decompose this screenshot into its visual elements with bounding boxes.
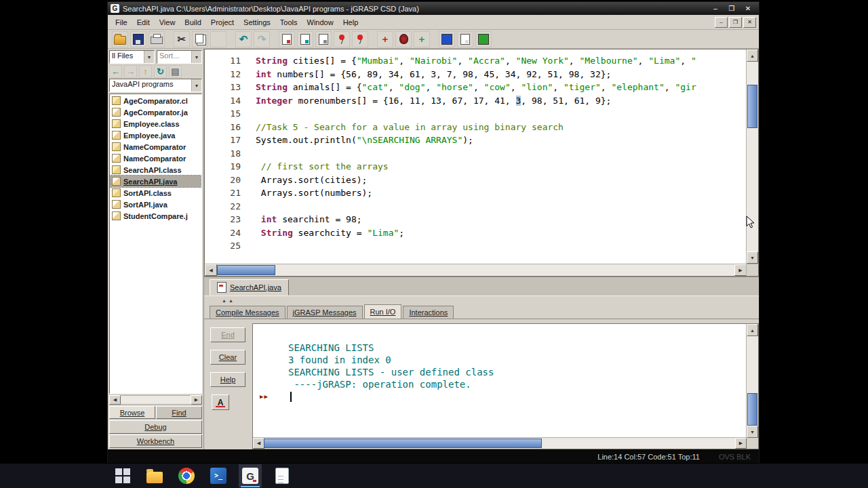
minimize-button[interactable] <box>707 3 724 14</box>
scroll-down-arrow[interactable] <box>747 426 758 438</box>
chevron-down-icon[interactable] <box>191 51 201 63</box>
title-bar[interactable]: G SearchAPI.java C:\Users\Administrator\… <box>108 2 759 15</box>
menu-help[interactable]: Help <box>338 17 363 28</box>
collapse-up-icon[interactable] <box>222 298 226 303</box>
generate-csd-icon[interactable] <box>279 31 295 47</box>
file-item-agecomparator-ja[interactable]: AgeComparator.ja <box>111 106 201 118</box>
tab-run-i-o[interactable]: Run I/O <box>364 304 402 319</box>
scroll-left-arrow[interactable] <box>205 264 217 276</box>
editor-vertical-scrollbar[interactable] <box>746 49 758 264</box>
workbench-button[interactable]: Workbench <box>109 434 202 448</box>
freeze-pin-icon[interactable] <box>334 31 350 47</box>
scroll-right-arrow[interactable] <box>191 395 202 405</box>
file-item-agecomparator-cl[interactable]: AgeComparator.cl <box>111 95 201 106</box>
run-output[interactable]: SEARCHING LISTS3 found in index 0SEARCHI… <box>253 324 747 438</box>
scroll-right-arrow[interactable] <box>735 438 747 449</box>
unfreeze-pin-icon[interactable] <box>352 31 368 47</box>
notepad-icon[interactable] <box>271 464 294 487</box>
clear-button[interactable]: Clear <box>210 350 245 365</box>
scroll-left-arrow[interactable] <box>253 438 264 449</box>
menu-file[interactable]: File <box>111 17 132 28</box>
text-style-button[interactable]: A <box>212 394 229 410</box>
forward-icon[interactable]: → <box>124 65 137 78</box>
project-dropdown[interactable]: JavaAPI programs <box>109 79 202 92</box>
tab-browse[interactable]: Browse <box>109 406 155 419</box>
print-icon[interactable] <box>149 31 165 47</box>
jgrasp-icon[interactable]: G <box>239 464 262 487</box>
tab-find[interactable]: Find <box>156 406 202 419</box>
tab-interactions[interactable]: Interactions <box>403 306 454 319</box>
mdi-close-button[interactable]: ✕ <box>743 17 756 28</box>
powershell-icon[interactable] <box>207 464 230 487</box>
tab-jgrasp-messages[interactable]: jGRASP Messages <box>287 306 363 319</box>
maximize-button[interactable] <box>724 3 740 14</box>
file-item-searchapi-java[interactable]: SearchAPI.java <box>111 176 201 187</box>
chevron-down-icon[interactable] <box>191 79 201 92</box>
interactions-window-icon[interactable] <box>475 31 492 47</box>
remove-csd-icon[interactable] <box>297 31 313 47</box>
pane-splitter[interactable] <box>204 296 759 304</box>
file-item-sortapi-class[interactable]: SortAPI.class <box>111 187 201 199</box>
collapse-up-icon[interactable] <box>229 298 233 303</box>
open-file-icon[interactable] <box>112 31 128 47</box>
code-editor[interactable]: 11String cities[] = {"Mumbai", "Nairobi"… <box>204 49 759 264</box>
file-explorer-icon[interactable] <box>143 464 166 487</box>
up-directory-icon[interactable]: ↑ <box>139 65 152 78</box>
save-icon[interactable] <box>130 31 146 47</box>
cut-icon[interactable]: ✂ <box>174 31 190 47</box>
chevron-down-icon[interactable] <box>144 51 154 63</box>
file-item-searchapi-class[interactable]: SearchAPI.class <box>111 164 201 176</box>
menu-build[interactable]: Build <box>180 17 205 28</box>
tab-compile-messages[interactable]: Compile Messages <box>210 306 285 319</box>
scroll-up-arrow[interactable] <box>747 49 758 62</box>
scrollbar-thumb[interactable] <box>217 265 275 275</box>
menu-tools[interactable]: Tools <box>275 17 302 28</box>
close-button[interactable] <box>740 3 756 14</box>
copy-icon[interactable] <box>192 31 208 47</box>
back-icon[interactable]: ← <box>109 65 122 78</box>
scrollbar-thumb[interactable] <box>747 393 757 426</box>
scrollbar-thumb[interactable] <box>747 85 757 128</box>
scroll-right-arrow[interactable] <box>734 264 747 276</box>
output-vertical-scrollbar[interactable] <box>746 324 758 438</box>
paste-icon[interactable] <box>210 31 226 47</box>
start-button[interactable] <box>111 464 134 487</box>
refresh-icon[interactable]: ↻ <box>154 65 167 78</box>
menu-edit[interactable]: Edit <box>132 17 155 28</box>
menu-window[interactable]: Window <box>302 17 338 28</box>
number-lines-icon[interactable] <box>315 31 332 47</box>
messages-window-icon[interactable] <box>439 31 455 47</box>
undo-icon[interactable]: ↶ <box>235 31 252 47</box>
sort-dropdown[interactable]: Sort... <box>157 50 202 64</box>
menu-view[interactable]: View <box>155 17 180 28</box>
editor-horizontal-scrollbar[interactable] <box>204 264 759 277</box>
output-horizontal-scrollbar[interactable] <box>253 437 747 449</box>
scroll-left-arrow[interactable] <box>109 395 121 405</box>
redo-icon[interactable]: ↷ <box>254 31 270 47</box>
help-button[interactable]: Help <box>210 372 245 387</box>
menu-settings[interactable]: Settings <box>239 17 275 28</box>
library-icon[interactable]: ▤ <box>169 65 182 78</box>
mdi-restore-button[interactable]: ❒ <box>729 17 742 28</box>
run-icon[interactable]: + <box>414 31 430 47</box>
debug-button[interactable]: Debug <box>109 420 202 434</box>
file-item-sortapi-java[interactable]: SortAPI.java <box>111 199 201 210</box>
chrome-icon[interactable] <box>175 464 198 487</box>
tab-searchapi-java[interactable]: SearchAPI.java <box>210 279 289 296</box>
scrollbar-thumb[interactable] <box>264 439 542 448</box>
mdi-minimize-button[interactable]: – <box>715 17 728 28</box>
scrollbar-track[interactable] <box>121 395 191 405</box>
compile-icon[interactable]: + <box>377 31 393 47</box>
file-item-namecomparator[interactable]: NameComparator <box>111 141 201 152</box>
scroll-up-arrow[interactable] <box>747 324 758 336</box>
new-document-icon[interactable] <box>457 31 473 47</box>
file-item-employee-java[interactable]: Employee.java <box>111 129 201 141</box>
end-button[interactable]: End <box>210 327 245 342</box>
scroll-down-arrow[interactable] <box>747 251 758 264</box>
file-filter-dropdown[interactable]: ll Files <box>109 50 155 64</box>
file-item-employee-class[interactable]: Employee.class <box>111 118 201 129</box>
debug-bug-icon[interactable] <box>395 31 412 47</box>
file-item-namecomparator[interactable]: NameComparator <box>111 152 201 164</box>
file-item-studentcompare-j[interactable]: StudentCompare.j <box>111 210 201 222</box>
menu-project[interactable]: Project <box>206 17 239 28</box>
